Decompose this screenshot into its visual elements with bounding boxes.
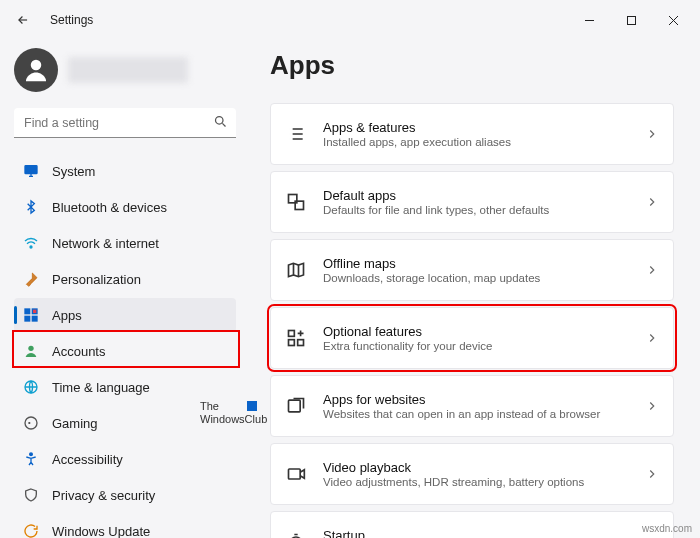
avatar (14, 48, 58, 92)
nav-list: System Bluetooth & devices Network & int… (14, 154, 236, 538)
sidebar-item-label: System (52, 164, 95, 179)
sidebar-item-label: Network & internet (52, 236, 159, 251)
sidebar-item-apps[interactable]: Apps (14, 298, 236, 332)
sidebar-item-accessibility[interactable]: Accessibility (14, 442, 236, 476)
card-title: Startup (323, 528, 629, 538)
sidebar-item-label: Bluetooth & devices (52, 200, 167, 215)
search-icon (213, 114, 228, 129)
svg-point-1 (31, 60, 42, 71)
globe-icon (22, 378, 40, 396)
shield-icon (22, 486, 40, 504)
sidebar-item-label: Time & language (52, 380, 150, 395)
card-apps-for-websites[interactable]: Apps for websitesWebsites that can open … (270, 375, 674, 437)
svg-rect-19 (289, 469, 301, 479)
sidebar-item-label: Apps (52, 308, 82, 323)
svg-rect-8 (32, 316, 37, 321)
bluetooth-icon (22, 198, 40, 216)
chevron-right-icon (645, 127, 659, 141)
features-icon (285, 327, 307, 349)
card-default-apps[interactable]: Default appsDefaults for file and link t… (270, 171, 674, 233)
main-content: Apps Apps & featuresInstalled apps, app … (248, 40, 700, 538)
sidebar-item-label: Gaming (52, 416, 98, 431)
sidebar-item-system[interactable]: System (14, 154, 236, 188)
close-button[interactable] (652, 5, 694, 35)
svg-point-9 (28, 346, 33, 351)
svg-rect-7 (25, 316, 30, 321)
card-sub: Websites that can open in an app instead… (323, 408, 629, 420)
sidebar-item-windows-update[interactable]: Windows Update (14, 514, 236, 538)
chevron-right-icon (645, 399, 659, 413)
sidebar-item-time-language[interactable]: Time & language (14, 370, 236, 404)
svg-point-11 (25, 417, 37, 429)
defaults-icon (285, 191, 307, 213)
apps-icon (22, 306, 40, 324)
sidebar-item-label: Accessibility (52, 452, 123, 467)
link-icon (285, 395, 307, 417)
sidebar-item-label: Personalization (52, 272, 141, 287)
chevron-right-icon (645, 195, 659, 209)
user-profile[interactable] (14, 44, 236, 106)
svg-rect-5 (25, 309, 30, 314)
chevron-right-icon (645, 263, 659, 277)
card-video-playback[interactable]: Video playbackVideo adjustments, HDR str… (270, 443, 674, 505)
card-sub: Defaults for file and link types, other … (323, 204, 629, 216)
map-icon (285, 259, 307, 281)
svg-rect-17 (298, 340, 304, 346)
maximize-button[interactable] (610, 5, 652, 35)
sidebar-item-label: Windows Update (52, 524, 150, 539)
accounts-icon (22, 342, 40, 360)
card-apps-features[interactable]: Apps & featuresInstalled apps, app execu… (270, 103, 674, 165)
card-sub: Video adjustments, HDR streaming, batter… (323, 476, 629, 488)
watermark: The WindowsClub (200, 400, 267, 426)
wifi-icon (22, 234, 40, 252)
svg-rect-3 (25, 166, 37, 174)
back-button[interactable] (14, 11, 32, 29)
user-name-redacted (68, 57, 188, 83)
card-title: Offline maps (323, 256, 629, 271)
card-title: Optional features (323, 324, 629, 339)
page-title: Apps (270, 50, 674, 81)
card-sub: Downloads, storage location, map updates (323, 272, 629, 284)
watermark-square-icon (247, 401, 257, 411)
sidebar: System Bluetooth & devices Network & int… (0, 40, 248, 538)
chevron-right-icon (645, 467, 659, 481)
system-icon (22, 162, 40, 180)
window-title: Settings (50, 13, 93, 27)
sidebar-item-personalization[interactable]: Personalization (14, 262, 236, 296)
brush-icon (22, 270, 40, 288)
card-sub: Extra functionality for your device (323, 340, 629, 352)
card-title: Apps for websites (323, 392, 629, 407)
gaming-icon (22, 414, 40, 432)
card-sub: Installed apps, app execution aliases (323, 136, 629, 148)
sidebar-item-accounts[interactable]: Accounts (14, 334, 236, 368)
card-title: Default apps (323, 188, 629, 203)
search-field[interactable] (14, 108, 236, 138)
svg-rect-6 (32, 309, 37, 314)
card-title: Apps & features (323, 120, 629, 135)
svg-rect-18 (289, 400, 301, 412)
footer-site: wsxdn.com (642, 523, 692, 534)
sidebar-item-privacy[interactable]: Privacy & security (14, 478, 236, 512)
chevron-right-icon (645, 331, 659, 345)
card-startup[interactable]: StartupApps that start automatically whe… (270, 511, 674, 538)
sidebar-item-label: Privacy & security (52, 488, 155, 503)
search-input[interactable] (14, 108, 236, 138)
startup-icon (285, 531, 307, 538)
accessibility-icon (22, 450, 40, 468)
card-optional-features[interactable]: Optional featuresExtra functionality for… (270, 307, 674, 369)
sidebar-item-network[interactable]: Network & internet (14, 226, 236, 260)
video-icon (285, 463, 307, 485)
svg-rect-16 (289, 340, 295, 346)
sidebar-item-label: Accounts (52, 344, 105, 359)
svg-rect-15 (289, 331, 295, 337)
list-icon (285, 123, 307, 145)
svg-point-12 (30, 453, 33, 456)
card-title: Video playback (323, 460, 629, 475)
update-icon (22, 522, 40, 538)
svg-point-4 (30, 246, 32, 248)
sidebar-item-bluetooth[interactable]: Bluetooth & devices (14, 190, 236, 224)
svg-point-2 (216, 117, 224, 125)
minimize-button[interactable] (568, 5, 610, 35)
card-offline-maps[interactable]: Offline mapsDownloads, storage location,… (270, 239, 674, 301)
svg-rect-0 (627, 16, 635, 24)
